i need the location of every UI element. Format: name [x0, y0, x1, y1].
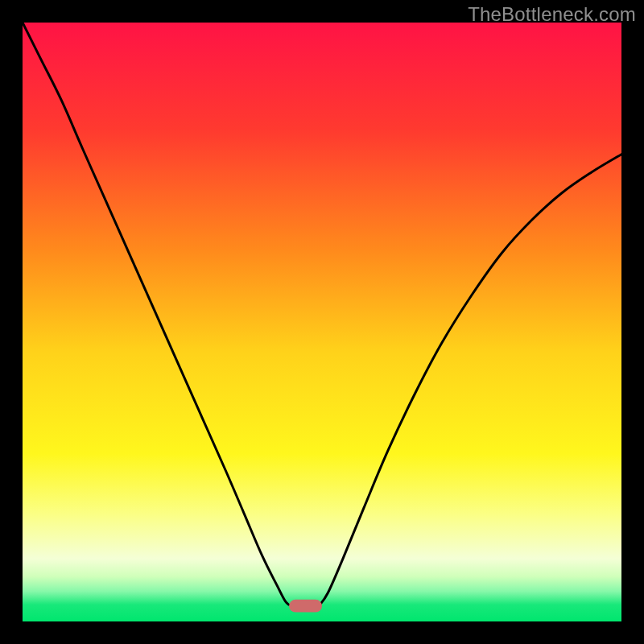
- chart-frame: TheBottleneck.com: [0, 0, 644, 644]
- chart-svg: [23, 23, 621, 621]
- gradient-background: [23, 23, 621, 621]
- plot-area: [23, 23, 621, 621]
- optimum-marker: [289, 600, 322, 613]
